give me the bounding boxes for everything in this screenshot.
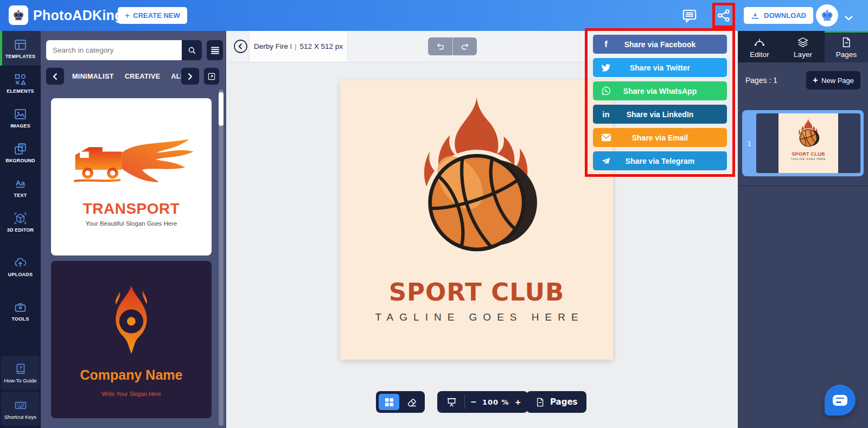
sidebar-item-label: TEXT — [14, 193, 27, 198]
eraser-button[interactable] — [401, 394, 422, 410]
tab-label: Pages — [836, 50, 857, 59]
sidebar-item-label: TOOLS — [12, 316, 29, 322]
twitter-icon — [600, 62, 612, 74]
page-thumbnail-image: SPORT CLUB TAGLINE GOES HERE — [778, 113, 838, 173]
user-avatar[interactable]: ♚ — [816, 4, 838, 27]
document-icon — [535, 397, 545, 407]
share-option-label: Share via Facebook — [624, 40, 696, 49]
share-button[interactable] — [717, 8, 731, 23]
sidebar-item-label: ELEMENTS — [7, 88, 34, 94]
categories-next-button[interactable] — [181, 68, 199, 85]
category-list-button[interactable] — [207, 40, 223, 60]
sidebar-item-elements[interactable]: ELEMENTS — [0, 66, 41, 100]
sidebar-item-3d-editor[interactable]: 3D EDITOR — [0, 205, 41, 239]
share-via-facebook-button[interactable]: f Share via Facebook — [593, 35, 727, 54]
download-icon — [751, 11, 760, 20]
document-title: Derby Fire Logo — [254, 42, 291, 50]
template-thumbnail-transport[interactable]: TRANSPORT Your Beautiful Slogan Goes Her… — [51, 98, 212, 255]
comment-icon — [681, 8, 698, 24]
category-tab-creative[interactable]: CREATIVE — [125, 73, 160, 80]
page-thumbnail-selected[interactable]: 1 SPORT CLUB TAGLINE GOES HERE — [742, 110, 864, 176]
how-to-guide-button[interactable]: ? How-To Guide — [1, 356, 40, 389]
search-input[interactable] — [46, 40, 182, 60]
facebook-icon: f — [600, 39, 612, 50]
tab-layer[interactable]: Layer — [781, 31, 825, 62]
share-via-email-button[interactable]: Share via Email — [593, 128, 727, 147]
new-page-button[interactable]: + New Page — [806, 71, 860, 90]
sidebar-item-tools[interactable]: TOOLS — [0, 293, 41, 328]
share-via-twitter-button[interactable]: Share via Twitter — [593, 58, 727, 77]
sidebar-item-images[interactable]: IMAGES — [0, 100, 41, 135]
account-menu-caret[interactable] — [844, 13, 853, 23]
template-subtitle: Write Your Slogan Here — [101, 391, 161, 397]
uploads-icon — [14, 256, 27, 270]
category-tab-minimalist[interactable]: MINIMALIST — [72, 73, 114, 80]
sidebar-item-text[interactable]: Aa TEXT — [0, 170, 41, 205]
tab-pages[interactable]: Pages — [825, 31, 868, 62]
back-button[interactable] — [232, 39, 248, 55]
app-logo-text: PhotoADKing — [33, 8, 123, 23]
design-canvas[interactable]: SPORT CLUB TAGLINE GOES HERE — [340, 80, 613, 360]
design-title-text[interactable]: SPORT CLUB — [340, 278, 613, 306]
transport-truck-logo-image — [66, 134, 196, 195]
panel-scrollbar-track[interactable] — [219, 90, 224, 426]
categories-prev-button[interactable] — [46, 68, 64, 85]
redo-icon — [460, 41, 470, 52]
document-title-box[interactable]: Derby Fire Logo | 512 X 512 px — [249, 31, 348, 62]
title-separator: | — [295, 42, 297, 50]
sidebar-item-label: 3D EDITOR — [7, 227, 34, 233]
present-button[interactable] — [444, 394, 458, 410]
category-tabs: MINIMALIST CREATIVE ALPHABET — [46, 68, 219, 85]
tab-editor[interactable]: Editor — [738, 31, 781, 62]
fire-basketball-logo[interactable] — [397, 92, 557, 273]
share-via-linkedin-button[interactable]: in Share via LinkedIn — [593, 105, 727, 124]
share-via-telegram-button[interactable]: Share via Telegram — [593, 151, 727, 170]
expand-panel-button[interactable] — [204, 68, 219, 85]
template-title: Company Name — [80, 367, 183, 383]
page-thumbnail-frame: SPORT CLUB TAGLINE GOES HERE — [756, 113, 860, 173]
create-new-button[interactable]: + CREATE NEW — [118, 7, 187, 24]
plus-icon: + — [125, 11, 130, 21]
chat-support-button[interactable] — [825, 385, 856, 416]
sidebar-item-uploads[interactable]: UPLOADS — [0, 249, 41, 284]
how-to-guide-label: How-To Guide — [4, 378, 36, 384]
right-panel-divider — [738, 186, 868, 186]
app-logo[interactable]: ♚ PhotoADKing — [9, 5, 123, 25]
shortcut-keys-button[interactable]: Shortcut Keys — [1, 392, 40, 426]
pages-button[interactable]: Pages — [526, 391, 586, 413]
sidebar-item-label: IMAGES — [10, 123, 30, 129]
sidebar-item-templates[interactable]: TEMPLATES — [0, 31, 41, 66]
right-panel: Editor Layer Pages Pages : 1 + New Page — [738, 31, 868, 428]
sidebar-item-background[interactable]: BKGROUND — [0, 135, 41, 170]
category-tab-alphabet[interactable]: ALPHABET — [171, 73, 181, 80]
share-button-highlight — [712, 3, 735, 28]
template-subtitle: Your Beautiful Slogan Goes Here — [86, 220, 177, 227]
view-toolbar — [376, 391, 425, 413]
right-panel-tabs: Editor Layer Pages — [738, 31, 868, 62]
search-bar — [46, 40, 223, 60]
pages-count: Pages : 1 — [745, 76, 777, 85]
layer-icon — [796, 36, 809, 48]
create-new-label: CREATE NEW — [133, 11, 180, 20]
share-via-whatsapp-button[interactable]: Share via WhatsApp — [593, 81, 727, 100]
redo-button[interactable] — [452, 37, 477, 55]
feedback-comment-icon[interactable] — [678, 0, 701, 31]
grid-view-button[interactable] — [379, 394, 399, 410]
zoom-out-button[interactable]: − — [471, 398, 476, 407]
undo-icon — [435, 41, 445, 52]
search-button[interactable] — [182, 40, 202, 60]
templates-panel: MINIMALIST CREATIVE ALPHABET — [41, 31, 226, 428]
zoom-in-button[interactable]: + — [515, 398, 521, 407]
design-tagline-text[interactable]: TAGLINE GOES HERE — [340, 311, 613, 323]
svg-text:?: ? — [19, 365, 22, 370]
text-icon: Aa — [14, 177, 27, 190]
page-number: 1 — [742, 139, 756, 148]
undo-button[interactable] — [428, 37, 452, 55]
pages-icon — [840, 36, 853, 48]
panel-scrollbar-thumb[interactable] — [219, 92, 224, 126]
category-scroller: MINIMALIST CREATIVE ALPHABET — [64, 73, 181, 80]
photoadking-app: ♚ PhotoADKing + CREATE NEW — [0, 0, 868, 428]
template-thumbnail-company-name[interactable]: Company Name Write Your Slogan Here — [51, 261, 212, 418]
download-button[interactable]: DOWNLOAD — [744, 7, 813, 24]
chess-king-logo-icon: ♚ — [9, 5, 28, 25]
